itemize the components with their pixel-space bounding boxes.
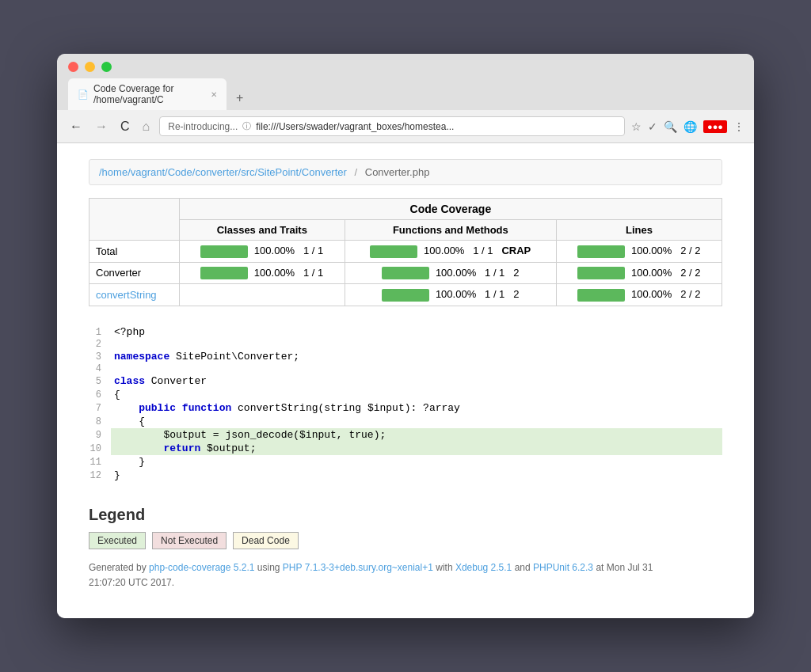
coverage-functions-cell: 100.00% 1 / 1 2 bbox=[345, 284, 556, 306]
line-content: { bbox=[111, 388, 722, 401]
check-icon[interactable]: ✓ bbox=[648, 120, 657, 133]
col-lines-header: Lines bbox=[556, 220, 722, 241]
coverage-bar bbox=[577, 245, 625, 258]
coverage-row-label[interactable]: convertString bbox=[89, 284, 180, 306]
back-button[interactable]: ← bbox=[67, 118, 86, 135]
code-line: 1<?php bbox=[89, 325, 722, 339]
search-icon[interactable]: 🔍 bbox=[664, 120, 677, 133]
line-number: 4 bbox=[89, 363, 111, 374]
crap-value: 2 bbox=[513, 288, 519, 300]
coverage-bar bbox=[577, 289, 625, 302]
tab-bar: 📄 Code Coverage for /home/vagrant/C ✕ + bbox=[68, 78, 743, 110]
line-content bbox=[111, 370, 722, 371]
coverage-bar bbox=[370, 245, 417, 258]
title-bar: 📄 Code Coverage for /home/vagrant/C ✕ + bbox=[57, 54, 754, 110]
line-number: 3 bbox=[89, 351, 111, 363]
code-line: 9 $output = json_decode($input, true); bbox=[89, 428, 722, 442]
footer-generated: Generated by bbox=[89, 562, 149, 573]
browser-tab[interactable]: 📄 Code Coverage for /home/vagrant/C ✕ bbox=[68, 78, 227, 110]
coverage-bar bbox=[200, 245, 248, 258]
address-bar[interactable]: Re-introducing... ⓘ file:///Users/swader… bbox=[159, 116, 625, 136]
line-content: return $output; bbox=[111, 442, 722, 455]
line-content: $output = json_decode($input, true); bbox=[111, 428, 722, 442]
line-content: } bbox=[111, 469, 722, 482]
footer-lib3-link[interactable]: Xdebug 2.5.1 bbox=[455, 562, 512, 573]
line-content: public function convertString(string $in… bbox=[111, 401, 722, 415]
tab-doc-icon: 📄 bbox=[78, 89, 89, 100]
coverage-row-label: Total bbox=[89, 241, 180, 263]
footer-line2: 21:07:20 UTC 2017. bbox=[89, 577, 174, 588]
code-line: 5class Converter bbox=[89, 374, 722, 388]
code-line: 7 public function convertString(string $… bbox=[89, 401, 722, 415]
line-content: { bbox=[111, 415, 722, 428]
code-line: 3namespace SitePoint\Converter; bbox=[89, 350, 722, 363]
footer-text: Generated by php-code-coverage 5.2.1 usi… bbox=[89, 560, 722, 590]
col-functions-header: Functions and Methods bbox=[345, 220, 556, 241]
coverage-row-label: Converter bbox=[89, 262, 180, 284]
more-icon[interactable]: ⋮ bbox=[733, 120, 744, 133]
home-button[interactable]: ⌂ bbox=[139, 118, 154, 135]
coverage-classes-cell: 100.00% 1 / 1 bbox=[179, 262, 345, 284]
code-line: 6{ bbox=[89, 388, 722, 401]
bookmark-icon[interactable]: ☆ bbox=[631, 120, 642, 133]
toolbar: ← → C ⌂ Re-introducing... ⓘ file:///User… bbox=[57, 110, 754, 143]
footer-lib4-link[interactable]: PHPUnit 6.2.3 bbox=[533, 562, 593, 573]
code-line: 4 bbox=[89, 363, 722, 374]
line-number: 10 bbox=[89, 443, 111, 454]
line-number: 12 bbox=[89, 470, 111, 481]
line-content bbox=[111, 345, 722, 347]
coverage-bar bbox=[577, 267, 625, 279]
legend-section: Legend Executed Not Executed Dead Code G… bbox=[89, 506, 722, 590]
code-line: 10 return $output; bbox=[89, 442, 722, 455]
breadcrumb-file: Converter.php bbox=[365, 166, 430, 178]
menu-dots-icon[interactable]: ●●● bbox=[703, 120, 727, 133]
address-text: file:///Users/swader/vagrant_boxes/homes… bbox=[256, 121, 454, 132]
line-number: 1 bbox=[89, 327, 111, 338]
breadcrumb: /home/vagrant/Code/converter/src/SitePoi… bbox=[89, 159, 722, 185]
traffic-lights bbox=[68, 62, 743, 72]
footer-and: and bbox=[512, 562, 533, 573]
minimize-button[interactable] bbox=[85, 62, 95, 72]
footer-lib1-link[interactable]: php-code-coverage 5.2.1 bbox=[149, 562, 254, 573]
line-number: 8 bbox=[89, 416, 111, 427]
maximize-button[interactable] bbox=[101, 62, 112, 72]
footer-suffix: at Mon Jul 31 bbox=[593, 562, 653, 573]
col-classes-header: Classes and Traits bbox=[179, 220, 345, 241]
line-number: 11 bbox=[89, 457, 111, 468]
line-number: 7 bbox=[89, 403, 111, 414]
line-content: } bbox=[111, 455, 722, 469]
legend-items: Executed Not Executed Dead Code bbox=[89, 532, 722, 549]
close-button[interactable] bbox=[68, 62, 78, 72]
code-block: 1<?php23namespace SitePoint\Converter;45… bbox=[89, 325, 722, 482]
coverage-lines-cell: 100.00% 2 / 2 bbox=[556, 284, 722, 306]
footer-using: using bbox=[255, 562, 283, 573]
coverage-classes-cell: 100.00% 1 / 1 bbox=[179, 241, 345, 263]
coverage-lines-cell: 100.00% 2 / 2 bbox=[556, 262, 722, 284]
forward-button[interactable]: → bbox=[92, 118, 111, 135]
legend-executed: Executed bbox=[89, 532, 146, 549]
code-line: 12} bbox=[89, 469, 722, 482]
breadcrumb-path-link[interactable]: /home/vagrant/Code/converter/src/SitePoi… bbox=[99, 166, 347, 178]
crap-value: 2 bbox=[513, 267, 519, 279]
coverage-bar bbox=[382, 267, 429, 279]
footer-with: with bbox=[433, 562, 455, 573]
legend-not-executed: Not Executed bbox=[152, 532, 227, 549]
line-content: namespace SitePoint\Converter; bbox=[111, 350, 722, 363]
browser-window: 📄 Code Coverage for /home/vagrant/C ✕ + … bbox=[57, 54, 754, 618]
coverage-functions-cell: 100.00% 1 / 1 CRAP bbox=[345, 241, 556, 263]
line-number: 6 bbox=[89, 389, 111, 401]
table-header-coverage: Code Coverage bbox=[179, 199, 722, 220]
refresh-button[interactable]: C bbox=[117, 118, 133, 135]
line-number: 2 bbox=[89, 339, 111, 350]
address-prefix: Re-introducing... bbox=[168, 121, 238, 132]
line-content: <?php bbox=[111, 325, 722, 339]
new-tab-button[interactable]: + bbox=[228, 86, 251, 110]
tab-close-icon[interactable]: ✕ bbox=[211, 90, 217, 99]
footer-lib2-link[interactable]: PHP 7.1.3-3+deb.sury.org~xenial+1 bbox=[283, 562, 433, 573]
coverage-bar bbox=[382, 289, 429, 302]
line-number: 5 bbox=[89, 376, 111, 387]
coverage-classes-cell bbox=[179, 284, 345, 306]
code-line: 11 } bbox=[89, 455, 722, 469]
globe-icon[interactable]: 🌐 bbox=[683, 120, 697, 133]
coverage-lines-cell: 100.00% 2 / 2 bbox=[556, 241, 722, 263]
